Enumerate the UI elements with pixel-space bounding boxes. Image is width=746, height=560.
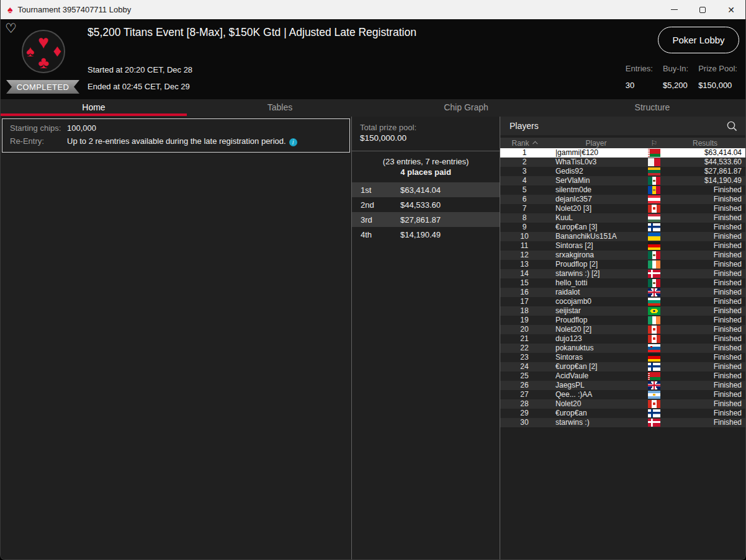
player-name: €urop€an [2] [549, 362, 644, 371]
player-result: Finished [665, 269, 745, 278]
info-row-label: Starting chips: [10, 123, 67, 134]
player-flag-cell [644, 307, 665, 315]
table-row[interactable]: 23SintorasFinished [500, 353, 745, 362]
table-row[interactable]: 13Proudflop [2]Finished [500, 260, 745, 269]
flag-icon-brazil [648, 307, 660, 315]
player-name: €urop€an [549, 409, 644, 418]
search-icon[interactable] [726, 120, 738, 132]
player-name: Sintoras [2] [549, 241, 644, 251]
payout-row: 2nd$44,533.60 [352, 197, 500, 212]
player-rank: 18 [500, 306, 549, 316]
flag-icon-slovenia [648, 344, 660, 352]
table-row[interactable]: 16raidalotFinished [500, 288, 745, 297]
player-rank: 8 [500, 213, 549, 223]
table-row[interactable]: 3Gedis92$27,861.87 [500, 167, 745, 176]
tab-tables[interactable]: Tables [187, 99, 373, 117]
poker-lobby-button[interactable]: Poker Lobby [658, 27, 739, 53]
flag-column-header[interactable]: ⚐ [644, 139, 665, 148]
flag-icon-finland [648, 223, 660, 231]
tab-chip-graph[interactable]: Chip Graph [373, 99, 559, 117]
player-result: Finished [665, 381, 745, 390]
table-row[interactable]: 2WhaTisL0v3$44,533.60 [500, 158, 745, 167]
stat-column: Prize Pool:$150,000 [698, 64, 737, 90]
player-name: Sintoras [549, 353, 644, 362]
player-result: Finished [665, 223, 745, 232]
table-row[interactable]: 27Qee... :)AAFinished [500, 390, 745, 399]
flag-icon-germany [648, 242, 660, 250]
table-row[interactable]: 24€urop€an [2]Finished [500, 362, 745, 371]
tab-structure[interactable]: Structure [559, 99, 745, 117]
player-name: cocojamb0 [549, 297, 644, 306]
table-row[interactable]: 7Nolet20 [3]Finished [500, 204, 745, 213]
table-row[interactable]: 29€urop€anFinished [500, 409, 745, 418]
player-result: Finished [665, 334, 745, 344]
payout-amount: $14,190.49 [400, 230, 500, 239]
flag-icon-finland [648, 409, 660, 417]
player-result: Finished [665, 204, 745, 213]
player-name: dujo123 [549, 334, 644, 344]
table-row[interactable]: 5silentm0deFinished [500, 185, 745, 195]
maximize-button[interactable] [688, 0, 717, 19]
flag-icon-canada [648, 326, 660, 334]
table-row[interactable]: 26JaegsPLFinished [500, 381, 745, 390]
player-result: Finished [665, 418, 745, 427]
player-result: Finished [665, 232, 745, 241]
table-row[interactable]: 4SerVlaMin$14,190.49 [500, 176, 745, 185]
table-row[interactable]: 30starwins :)Finished [500, 418, 745, 427]
player-name: Qee... :)AA [549, 390, 644, 399]
stat-column: Buy-In:$5,200 [663, 64, 688, 90]
player-rank: 11 [500, 241, 549, 251]
info-icon[interactable]: i [289, 138, 297, 146]
favorite-heart-icon[interactable]: ♡ [5, 21, 17, 36]
player-flag-cell [644, 298, 665, 306]
player-name: hello_totti [549, 278, 644, 288]
payout-amount: $27,861.87 [400, 215, 500, 224]
table-row[interactable]: 1|gammi|€120$63,414.04 [500, 148, 745, 158]
player-column-header[interactable]: Player [549, 139, 644, 148]
tournament-title: $5,200 Titans Event [8-Max], $150K Gtd |… [88, 26, 416, 39]
table-row[interactable]: 8KuuLFinished [500, 213, 745, 223]
rank-column-header[interactable]: Rank [500, 139, 549, 148]
table-row[interactable]: 11Sintoras [2]Finished [500, 241, 745, 251]
info-row-value: Up to 2 re-entries available during the … [67, 136, 342, 147]
player-name: SerVlaMin [549, 176, 644, 185]
table-row[interactable]: 18seijistarFinished [500, 306, 745, 316]
table-row[interactable]: 14starwins :) [2]Finished [500, 269, 745, 278]
player-flag-cell [644, 177, 665, 185]
player-result: $44,533.60 [665, 158, 745, 167]
table-row[interactable]: 21dujo123Finished [500, 334, 745, 344]
table-row[interactable]: 9€urop€an [3]Finished [500, 223, 745, 232]
table-row[interactable]: 10BananchikUs151AFinished [500, 232, 745, 241]
player-flag-cell [644, 270, 665, 278]
table-row[interactable]: 19ProudflopFinished [500, 316, 745, 325]
table-row[interactable]: 17cocojamb0Finished [500, 297, 745, 306]
player-result: $14,190.49 [665, 176, 745, 185]
flag-icon-germany [648, 353, 660, 362]
table-row[interactable]: 12srxakgironaFinished [500, 251, 745, 260]
player-result: Finished [665, 278, 745, 288]
player-rank: 25 [500, 371, 549, 381]
sort-ascending-icon [533, 141, 537, 146]
table-row[interactable]: 6dejanIc357Finished [500, 195, 745, 204]
table-row[interactable]: 20Nolet20 [2]Finished [500, 325, 745, 334]
player-flag-cell [644, 260, 665, 269]
close-button[interactable]: ✕ [717, 0, 745, 19]
players-panel-header: Players [500, 117, 745, 135]
tournament-info-box: Starting chips:100,000Re-Entry:Up to 2 r… [2, 118, 350, 153]
window-title: Tournament 3957407711 Lobby [18, 5, 132, 14]
flag-icon-hungary [648, 214, 660, 222]
stat-value: $150,000 [698, 81, 737, 90]
player-flag-cell [644, 391, 665, 399]
table-row[interactable]: 28Nolet20Finished [500, 399, 745, 409]
table-row[interactable]: 15hello_tottiFinished [500, 278, 745, 288]
player-flag-cell [644, 326, 665, 334]
table-row[interactable]: 25AcidVauleFinished [500, 371, 745, 381]
tab-home[interactable]: Home [1, 99, 187, 117]
title-bar[interactable]: ♠ Tournament 3957407711 Lobby ✕ [1, 0, 745, 19]
results-column-header[interactable]: Results [665, 139, 745, 148]
minimize-button[interactable] [660, 0, 688, 19]
table-row[interactable]: 22pokanuktusFinished [500, 344, 745, 353]
flag-icon-ukraine [648, 233, 660, 241]
player-result: Finished [665, 260, 745, 269]
flag-icon-uk [648, 288, 660, 296]
